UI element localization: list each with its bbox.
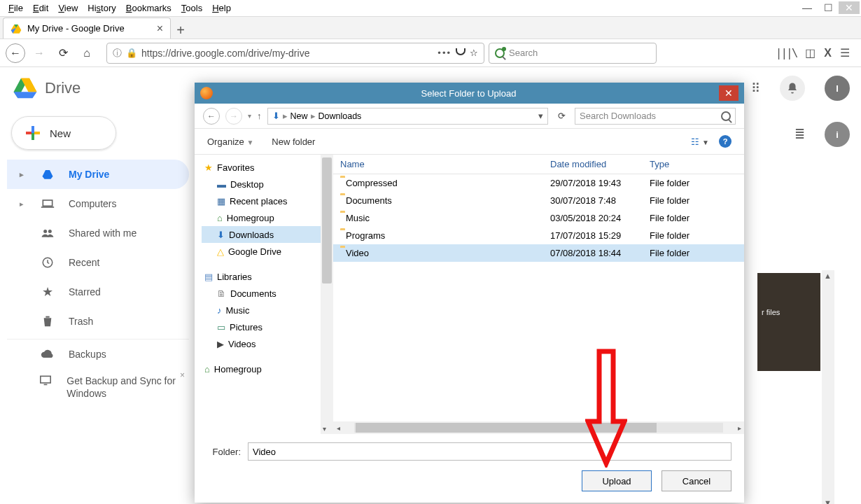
tree-scrollbar[interactable]: ▴▾	[321, 155, 333, 434]
pocket-icon[interactable]	[456, 48, 465, 55]
menu-tools[interactable]: Tools	[177, 1, 206, 15]
tree-favorites[interactable]: ★Favorites	[202, 159, 321, 176]
home-button[interactable]: ⌂	[77, 43, 97, 63]
bookmark-star-icon[interactable]: ☆	[470, 48, 478, 58]
drive-title: Drive	[45, 79, 80, 97]
search-icon	[721, 111, 731, 121]
tree-videos[interactable]: ▶Videos	[202, 335, 321, 352]
crumb-new[interactable]: New	[290, 111, 308, 121]
tree-pictures[interactable]: ▭Pictures	[202, 318, 321, 335]
drive-view-controls: ≣ i	[794, 122, 850, 147]
sidebar-item-getbackup[interactable]: Get Backup and Sync for Windows ×	[7, 369, 189, 400]
tab-active[interactable]: My Drive - Google Drive ×	[3, 18, 171, 38]
menu-bookmarks[interactable]: Bookmarks	[122, 1, 176, 15]
breadcrumb-bar[interactable]: ⬇ ▸ New ▸ Downloads ▾	[267, 108, 549, 125]
upload-button[interactable]: Upload	[582, 470, 652, 491]
list-row[interactable]: Video07/08/2018 18:44File folder	[333, 244, 744, 262]
forward-button[interactable]: →	[29, 43, 49, 63]
folder-label: Folder:	[207, 447, 241, 457]
sidebar-item-computers[interactable]: ▸ Computers	[7, 189, 189, 218]
refresh-button[interactable]: ⟳	[554, 111, 569, 121]
star-icon: ★	[41, 284, 55, 300]
col-type[interactable]: Type	[650, 159, 744, 169]
tree-libraries[interactable]: ▤Libraries	[202, 268, 321, 285]
sidebar-item-mydrive[interactable]: ▸ My Drive	[7, 160, 189, 189]
tab-bar: My Drive - Google Drive × +	[0, 17, 861, 39]
library-icon[interactable]: |||\	[776, 46, 797, 59]
menu-file[interactable]: File	[4, 1, 27, 15]
list-row[interactable]: Programs17/07/2018 15:29File folder	[333, 227, 744, 244]
details-icon[interactable]: i	[825, 122, 850, 147]
info-icon[interactable]: ⓘ	[113, 47, 122, 59]
view-options-dropdown[interactable]: ☷ ▼	[691, 136, 709, 147]
crumb-dropdown-icon[interactable]: ▾	[538, 111, 543, 121]
sidebar-item-shared[interactable]: Shared with me	[7, 218, 189, 248]
new-tab-button[interactable]: +	[171, 22, 190, 38]
apps-grid-icon[interactable]: ⠿	[751, 80, 760, 96]
tree-homegroup2[interactable]: ⌂Homegroup	[202, 360, 321, 377]
menu-view[interactable]: View	[54, 1, 82, 15]
menu-edit[interactable]: Edit	[29, 1, 52, 15]
organize-dropdown[interactable]: Organize ▼	[207, 136, 253, 147]
account-avatar[interactable]: I	[825, 76, 850, 101]
search-bar[interactable]: Search	[489, 43, 657, 64]
drive-sidebar: New ▸ My Drive ▸ Computers Shared with m…	[0, 109, 189, 400]
sidebar-item-trash[interactable]: Trash	[7, 307, 189, 336]
maximize-button[interactable]: ☐	[818, 1, 839, 14]
list-row[interactable]: Compressed29/07/2018 19:43File folder	[333, 174, 744, 192]
sidebar-item-starred[interactable]: ★ Starred	[7, 277, 189, 307]
tree-downloads[interactable]: ⬇Downloads	[202, 226, 321, 243]
close-window-button[interactable]: ✕	[839, 1, 860, 14]
dialog-search-box[interactable]: Search Downloads	[575, 108, 736, 125]
tab-close-icon[interactable]: ×	[157, 22, 163, 35]
reload-button[interactable]: ⟳	[53, 43, 73, 63]
tree-music[interactable]: ♪Music	[202, 302, 321, 318]
new-button-label: New	[50, 127, 71, 139]
col-date[interactable]: Date modified	[550, 159, 650, 169]
sidebar-icon[interactable]: ◫	[805, 46, 816, 59]
dialog-titlebar[interactable]: Select Folder to Upload ✕	[195, 83, 744, 104]
new-button[interactable]: New	[11, 116, 116, 150]
tab-title: My Drive - Google Drive	[27, 23, 125, 34]
new-folder-button[interactable]: New folder	[272, 136, 315, 147]
menu-help[interactable]: Help	[208, 1, 235, 15]
chevron-right-icon: ▸	[20, 170, 27, 179]
minimize-button[interactable]: —	[797, 1, 818, 14]
tree-recent[interactable]: ▦Recent places	[202, 192, 321, 209]
monitor-icon	[38, 374, 52, 386]
dialog-forward-button[interactable]: →	[225, 108, 242, 125]
cloud-icon	[41, 349, 55, 359]
menu-history[interactable]: History	[83, 1, 120, 15]
sidebar-item-recent[interactable]: Recent	[7, 248, 189, 277]
close-toolbar-icon[interactable]: X	[824, 47, 832, 59]
content-thumbnail[interactable]: r files	[757, 273, 820, 371]
page-actions-icon[interactable]: •••	[438, 48, 451, 58]
dismiss-icon[interactable]: ×	[180, 370, 185, 380]
up-folder-button[interactable]: ↑	[257, 111, 262, 121]
notifications-icon[interactable]	[780, 76, 805, 101]
tree-documents[interactable]: 🗎Documents	[202, 285, 321, 302]
downloads-crumb-icon: ⬇	[272, 111, 280, 121]
sidebar-item-backups[interactable]: Backups	[7, 340, 189, 369]
crumb-downloads[interactable]: Downloads	[318, 111, 362, 121]
back-button[interactable]: ←	[6, 43, 25, 63]
tree-googledrive[interactable]: △Google Drive	[202, 243, 321, 260]
url-bar[interactable]: ⓘ 🔒 https://drive.google.com/drive/my-dr…	[106, 43, 484, 64]
tree-homegroup[interactable]: ⌂Homegroup	[202, 209, 321, 226]
help-icon[interactable]: ?	[719, 135, 732, 148]
dialog-back-button[interactable]: ←	[203, 108, 220, 125]
list-row[interactable]: Documents30/07/2018 7:48File folder	[333, 192, 744, 209]
folder-name-input[interactable]	[248, 442, 732, 461]
list-row[interactable]: Music03/05/2018 20:24File folder	[333, 209, 744, 227]
list-view-icon[interactable]: ≣	[794, 127, 805, 142]
history-dropdown-icon[interactable]: ▾	[248, 112, 251, 120]
hamburger-menu-icon[interactable]: ☰	[840, 46, 850, 59]
dialog-close-button[interactable]: ✕	[719, 85, 738, 101]
cancel-button[interactable]: Cancel	[662, 470, 732, 491]
tree-desktop[interactable]: ▬Desktop	[202, 176, 321, 192]
list-header[interactable]: Name Date modified Type	[333, 155, 744, 174]
list-h-scrollbar[interactable]: ◂ ▸	[333, 421, 744, 434]
laptop-icon	[41, 199, 55, 209]
page-scrollbar[interactable]: ▲▼	[822, 270, 834, 504]
col-name[interactable]: Name	[340, 159, 550, 169]
